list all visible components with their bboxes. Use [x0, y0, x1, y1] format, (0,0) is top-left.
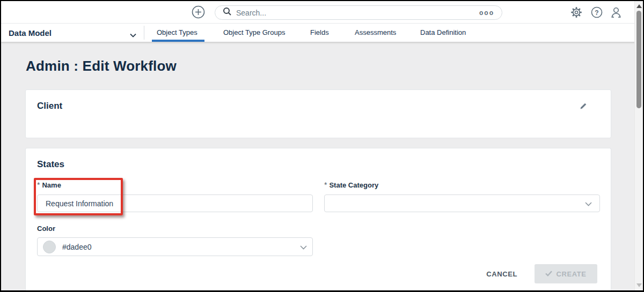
search-icon: [223, 7, 236, 18]
pencil-icon: [579, 104, 588, 112]
edit-client-button[interactable]: [579, 102, 588, 111]
chevron-down-icon: [300, 242, 307, 252]
tab-object-type-groups[interactable]: Object Type Groups: [223, 24, 285, 42]
search-more-options-icon[interactable]: ooo: [479, 10, 494, 16]
tab-object-types[interactable]: Object Types: [157, 24, 197, 42]
question-circle-icon: ?: [591, 12, 603, 20]
client-card-title: Client: [37, 101, 62, 111]
add-button[interactable]: [191, 5, 205, 19]
check-icon: [545, 270, 552, 278]
chevron-down-icon: [585, 199, 592, 208]
user-account-button[interactable]: [610, 6, 623, 19]
states-card-title: States: [37, 159, 64, 170]
color-value: #dadee0: [62, 243, 92, 251]
search-input[interactable]: [236, 9, 479, 17]
app-window: ooo: [0, 0, 644, 292]
gear-icon: [570, 12, 582, 20]
state-category-select[interactable]: [324, 194, 600, 212]
plus-circle-icon: [192, 12, 205, 20]
form-actions: CANCEL CREATE: [486, 264, 597, 283]
cancel-button[interactable]: CANCEL: [486, 270, 517, 278]
active-tab-indicator: [152, 40, 204, 42]
top-bar: ooo: [1, 1, 643, 24]
name-input[interactable]: [37, 194, 313, 212]
color-swatch: [43, 241, 56, 253]
name-field-label: *Name: [37, 181, 61, 189]
nav-divider: [144, 26, 144, 40]
state-category-field-label: *State Category: [324, 181, 378, 189]
chevron-down-icon: [130, 30, 136, 40]
settings-button[interactable]: [570, 6, 583, 19]
client-card: Client: [25, 89, 611, 138]
scrollbar-thumb[interactable]: [636, 11, 641, 108]
states-card: States *Name *State Category Color #dade…: [25, 148, 611, 291]
color-select[interactable]: #dadee0: [37, 237, 313, 256]
page-title: Admin : Edit Workflow: [26, 58, 177, 74]
scroll-up-arrow-icon[interactable]: [636, 4, 642, 8]
required-asterisk: *: [324, 181, 327, 189]
module-label: Data Model: [9, 28, 52, 38]
search-bar[interactable]: ooo: [215, 5, 502, 20]
scroll-down-arrow-icon[interactable]: [636, 283, 642, 287]
create-button[interactable]: CREATE: [535, 264, 597, 283]
person-icon: [610, 12, 622, 20]
tab-fields[interactable]: Fields: [310, 24, 329, 42]
color-field-label: Color: [37, 224, 55, 233]
svg-text:?: ?: [595, 9, 598, 17]
tab-data-definition[interactable]: Data Definition: [420, 24, 466, 42]
help-button[interactable]: ?: [590, 6, 603, 19]
secondary-nav: Data Model Object Types Object Type Grou…: [1, 24, 643, 42]
required-asterisk: *: [37, 181, 40, 189]
module-selector-data-model[interactable]: Data Model: [9, 24, 141, 42]
tab-assessments[interactable]: Assessments: [355, 24, 396, 42]
vertical-scrollbar[interactable]: [634, 1, 643, 290]
